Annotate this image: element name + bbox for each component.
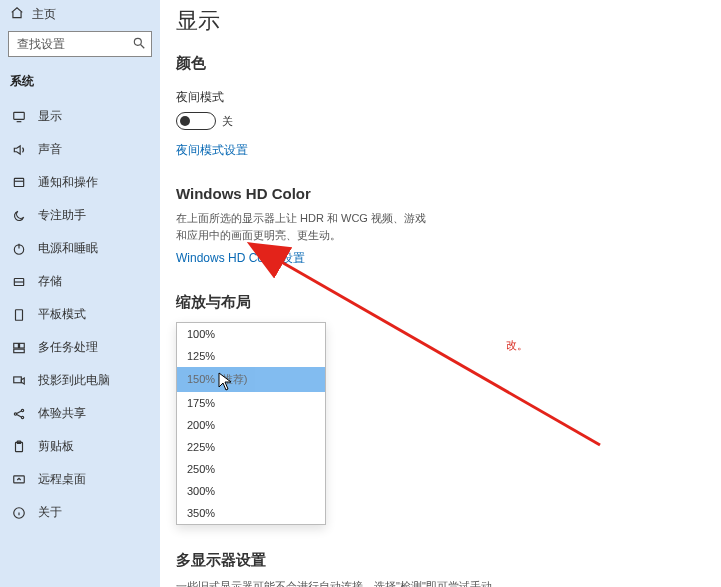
sidebar: 主页 系统 显示 声音 通知和操作 专注助手 电源和睡眠 存储 平板模式 多任务… bbox=[0, 0, 160, 587]
sidebar-item-shared[interactable]: 体验共享 bbox=[0, 397, 160, 430]
home-label: 主页 bbox=[32, 6, 56, 23]
scale-option[interactable]: 175% bbox=[177, 392, 325, 414]
svg-rect-4 bbox=[14, 178, 23, 186]
svg-point-18 bbox=[21, 416, 23, 418]
speaker-icon bbox=[12, 143, 26, 157]
sidebar-item-label: 声音 bbox=[38, 141, 62, 158]
power-icon bbox=[12, 242, 26, 256]
monitor-icon bbox=[12, 110, 26, 124]
sidebar-item-label: 关于 bbox=[38, 504, 62, 521]
sidebar-item-label: 存储 bbox=[38, 273, 62, 290]
svg-line-19 bbox=[17, 411, 22, 413]
sidebar-item-label: 显示 bbox=[38, 108, 62, 125]
svg-point-0 bbox=[134, 38, 141, 45]
sidebar-item-sound[interactable]: 声音 bbox=[0, 133, 160, 166]
sidebar-item-power[interactable]: 电源和睡眠 bbox=[0, 232, 160, 265]
scale-option[interactable]: 150% (推荐) bbox=[177, 367, 325, 392]
scale-dropdown[interactable]: 100%125%150% (推荐)175%200%225%250%300%350… bbox=[176, 322, 326, 525]
hd-color-desc: 在上面所选的显示器上让 HDR 和 WCG 视频、游戏和应用中的画面更明亮、更生… bbox=[176, 210, 436, 244]
search-icon bbox=[132, 36, 146, 50]
sidebar-item-about[interactable]: 关于 bbox=[0, 496, 160, 529]
content-pane: 显示 颜色 夜间模式 关 夜间模式设置 Windows HD Color 在上面… bbox=[160, 0, 721, 587]
color-heading: 颜色 bbox=[176, 54, 721, 73]
info-icon bbox=[12, 506, 26, 520]
project-icon bbox=[12, 374, 26, 388]
svg-rect-15 bbox=[14, 376, 22, 382]
scale-option[interactable]: 125% bbox=[177, 345, 325, 367]
sidebar-item-label: 投影到此电脑 bbox=[38, 372, 110, 389]
sidebar-item-label: 通知和操作 bbox=[38, 174, 98, 191]
clipboard-icon bbox=[12, 440, 26, 454]
night-light-toggle[interactable]: 关 bbox=[176, 112, 216, 132]
search-input[interactable] bbox=[8, 31, 152, 57]
svg-rect-23 bbox=[14, 475, 25, 482]
scale-option[interactable]: 350% bbox=[177, 502, 325, 524]
sidebar-item-remote[interactable]: 远程桌面 bbox=[0, 463, 160, 496]
storage-icon bbox=[12, 275, 26, 289]
svg-rect-2 bbox=[14, 112, 25, 119]
multi-display-desc: 一些旧式显示器可能不会进行自动连接，选择"检测"即可尝试手动连接。 bbox=[176, 578, 496, 587]
scale-heading: 缩放与布局 bbox=[176, 293, 721, 312]
svg-line-1 bbox=[141, 45, 145, 49]
toggle-state-label: 关 bbox=[222, 114, 233, 129]
sidebar-item-tablet[interactable]: 平板模式 bbox=[0, 298, 160, 331]
sidebar-item-label: 电源和睡眠 bbox=[38, 240, 98, 257]
scale-option[interactable]: 225% bbox=[177, 436, 325, 458]
sidebar-item-focus[interactable]: 专注助手 bbox=[0, 199, 160, 232]
sidebar-item-label: 体验共享 bbox=[38, 405, 86, 422]
svg-rect-12 bbox=[14, 343, 19, 348]
tablet-icon bbox=[12, 308, 26, 322]
scale-option[interactable]: 200% bbox=[177, 414, 325, 436]
hd-color-link[interactable]: Windows HD Color 设置 bbox=[176, 250, 305, 267]
svg-point-17 bbox=[21, 409, 23, 411]
svg-point-16 bbox=[14, 412, 16, 414]
sidebar-item-label: 剪贴板 bbox=[38, 438, 74, 455]
sidebar-item-multitask[interactable]: 多任务处理 bbox=[0, 331, 160, 364]
sidebar-item-display[interactable]: 显示 bbox=[0, 100, 160, 133]
moon-icon bbox=[12, 209, 26, 223]
night-light-settings-link[interactable]: 夜间模式设置 bbox=[176, 142, 248, 159]
sidebar-item-label: 平板模式 bbox=[38, 306, 86, 323]
scale-option[interactable]: 100% bbox=[177, 323, 325, 345]
night-light-label: 夜间模式 bbox=[176, 89, 721, 106]
sidebar-item-label: 远程桌面 bbox=[38, 471, 86, 488]
obscured-text: 改。 bbox=[506, 338, 528, 353]
remote-icon bbox=[12, 473, 26, 487]
sidebar-item-notifications[interactable]: 通知和操作 bbox=[0, 166, 160, 199]
sidebar-section-label: 系统 bbox=[0, 67, 160, 100]
sidebar-item-label: 多任务处理 bbox=[38, 339, 98, 356]
scale-option[interactable]: 300% bbox=[177, 480, 325, 502]
notification-icon bbox=[12, 176, 26, 190]
multi-display-heading: 多显示器设置 bbox=[176, 551, 721, 570]
svg-rect-10 bbox=[16, 309, 23, 320]
sidebar-nav: 显示 声音 通知和操作 专注助手 电源和睡眠 存储 平板模式 多任务处理 投影到… bbox=[0, 100, 160, 529]
sidebar-item-label: 专注助手 bbox=[38, 207, 86, 224]
hd-color-heading: Windows HD Color bbox=[176, 185, 721, 202]
share-icon bbox=[12, 407, 26, 421]
sidebar-item-storage[interactable]: 存储 bbox=[0, 265, 160, 298]
svg-line-20 bbox=[17, 414, 22, 416]
multitask-icon bbox=[12, 341, 26, 355]
home-link[interactable]: 主页 bbox=[0, 0, 160, 31]
svg-rect-14 bbox=[14, 349, 25, 353]
search-wrap bbox=[8, 31, 152, 57]
page-title: 显示 bbox=[176, 0, 721, 50]
home-icon bbox=[10, 6, 24, 23]
svg-rect-13 bbox=[20, 343, 25, 348]
sidebar-item-clipboard[interactable]: 剪贴板 bbox=[0, 430, 160, 463]
sidebar-item-project[interactable]: 投影到此电脑 bbox=[0, 364, 160, 397]
scale-option[interactable]: 250% bbox=[177, 458, 325, 480]
